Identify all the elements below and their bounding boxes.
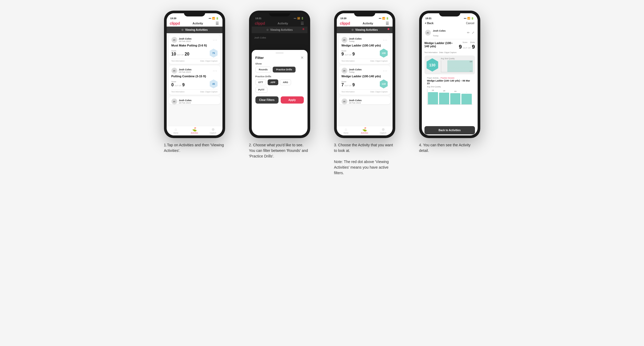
detail-user-name-4: Josh Coles (433, 29, 446, 32)
score-inline-1-2: 0 OUT OF 9 (171, 83, 185, 87)
apply-button-2[interactable]: Apply (281, 96, 304, 104)
filter-pill-drills-2[interactable]: Practice Drills (273, 67, 296, 72)
caption-4: 4. You can then see the Activity detail. (419, 142, 480, 153)
score-big-4: 9 (459, 44, 462, 50)
wifi-icon-3: 📶 (382, 17, 385, 20)
more-dots-1-1[interactable]: ··· (213, 38, 218, 42)
phone-section-4: 13:21 ▪▪▪ 📶 🔋 < Back Cancel JC (413, 11, 487, 176)
status-icons-4: ▪▪▪ 📶 🔋 (464, 17, 474, 20)
nav-item-home-1[interactable]: ⌂ Home (167, 127, 185, 134)
outof-3-1: OUT OF (344, 54, 351, 56)
score-values-4: 9 OUT OF 9 (459, 44, 475, 50)
card-footer-1-1: Test Information Data: Clippd Capture (171, 59, 218, 62)
hamburger-icon-1[interactable]: ☰ (216, 21, 219, 25)
drill-name-4: Wedge Ladder (100–140 yds) (424, 41, 456, 48)
stat-group-score-1-1: Score 10 OUT OF 20 (171, 50, 190, 57)
quality-badge-1-2: 45 (210, 79, 218, 88)
detail-user-bar-4: JC Josh Coles Today ✏ ⤢ (422, 26, 478, 39)
filter-drill-putt-2[interactable]: PUTT (255, 87, 268, 93)
more-dots-1-2[interactable]: ··· (213, 69, 218, 73)
chart-max-label-4: 130 (469, 61, 472, 62)
card-user-3-2: JC Josh Coles Today (342, 68, 362, 74)
card-user-1-1: JC Josh Coles 28 Feb 2023 (171, 37, 192, 43)
score-value-1-1: 10 (171, 52, 176, 57)
activity-card-1-2[interactable]: JC Josh Coles 28 Feb 2023 ··· Putting Co… (169, 66, 220, 95)
avatar-4: JC (425, 30, 431, 36)
clear-filters-button-2[interactable]: Clear Filters (255, 96, 279, 104)
activity-card-3-1[interactable]: JC Josh Coles Today ··· Wedge Ladder (10… (339, 35, 390, 64)
nav-item-home-3[interactable]: ⌂ Home (337, 127, 355, 134)
session-title-4: Wedge Ladder (100–140 yds) – 06 Mar 23 (424, 79, 475, 86)
shots-value-3-1: 9 (352, 52, 355, 57)
viewing-activities-bar-1[interactable]: ⚙ Viewing Activities (167, 27, 222, 33)
filter-drill-arg-2[interactable]: ARG (280, 79, 291, 85)
activity-title-1-2: Putting Combine (3-15 ft) (171, 75, 218, 78)
activity-card-1-1[interactable]: JC Josh Coles 28 Feb 2023 ··· Must Make … (169, 35, 220, 64)
avatar-3-3: JC (342, 99, 347, 104)
expand-icon-4[interactable]: ⤢ (472, 31, 474, 35)
back-button-4[interactable]: < Back (425, 22, 434, 25)
filter-handle-2 (276, 53, 284, 53)
nav-item-capture-3[interactable]: ⊕ Capture (374, 127, 393, 134)
wifi-icon-4: 📶 (467, 17, 470, 20)
phone-section-2: 13:21 ▪▪▪ 📶 🔋 clippd Activity ☰ ⚙ Vi (242, 11, 317, 176)
activity-card-1-3[interactable]: JC Josh Coles 28 Feb 2023 (169, 96, 220, 104)
home-icon-1: ⌂ (175, 127, 177, 131)
user-name-1-3: Josh Coles (179, 99, 192, 102)
activity-card-3-3[interactable]: JC Josh Coles 28 Feb 2023 (339, 96, 390, 104)
avg-shot-quality-section-4: 130 Avg Shot Quality 130 APP (424, 55, 475, 74)
capture-icon-1: ⊕ (212, 127, 215, 131)
activity-card-3-2[interactable]: JC Josh Coles Today ··· Wedge Ladder (10… (339, 66, 390, 95)
scroll-area-3: JC Josh Coles Today ··· Wedge Ladder (10… (337, 33, 393, 126)
footer-right-3-1: Data: Clippd Capture (370, 60, 388, 62)
outof-3-2: OUT OF (344, 85, 351, 87)
phone-frame-2: 13:21 ▪▪▪ 📶 🔋 clippd Activity ☰ ⚙ Vi (249, 11, 310, 138)
user-name-1-2: Josh Coles (179, 68, 192, 71)
detail-title-row-4: Wedge Ladder (100–140 yds) Score Shots 9… (424, 41, 475, 50)
score-shots-labels-4: Score Shots (462, 41, 475, 43)
card-user-1-3: JC Josh Coles 28 Feb 2023 (171, 99, 192, 104)
outof-4: OUT OF (463, 47, 471, 49)
card-footer-3-1: Test Information Data: Clippd Capture (342, 59, 388, 62)
more-dots-3-1[interactable]: ··· (383, 38, 388, 42)
nav-item-activities-1[interactable]: ⛳ Activities (185, 127, 204, 134)
phone-frame-1: 13:20 ▪▪▪ 📶 🔋 clippd Activity ☰ ⚙ Vi (164, 11, 225, 138)
score-label-3-1: Score (342, 50, 355, 52)
user-date-1-2: 28 Feb 2023 (179, 71, 192, 73)
viewing-activities-bar-3[interactable]: ⚙ Viewing Activities (337, 27, 393, 33)
shots-value-1-2: 9 (182, 83, 185, 87)
time-1: 13:20 (170, 17, 176, 20)
filter-close-button-2[interactable]: ✕ (301, 55, 304, 60)
stats-row-3-2: Score 7 OUT OF 9 118 (342, 79, 388, 88)
caption-1: 1.Tap on Activities and then 'Viewing Ac… (164, 142, 225, 153)
cancel-button-4[interactable]: Cancel (466, 22, 474, 25)
score-label-3-2: Score (342, 81, 355, 83)
edit-icon-4[interactable]: ✏ (467, 31, 470, 35)
time-3: 13:20 (340, 17, 347, 20)
signal-icon-1: ▪▪▪ (209, 17, 211, 20)
filter-title-2: Filter (255, 56, 264, 60)
nav-item-activities-3[interactable]: ⛳ Activities (355, 127, 374, 134)
filter-pill-rounds-2[interactable]: Rounds (255, 67, 271, 72)
practice-session-label-4: Practice Session (441, 77, 454, 79)
back-to-activities-button-4[interactable]: Back to Activities (424, 126, 475, 134)
activity-title-3-2: Wedge Ladder (100-140 yds) (342, 75, 388, 78)
card-header-1-1: JC Josh Coles 28 Feb 2023 ··· (171, 37, 218, 43)
viewing-label-3: Viewing Activities (355, 28, 378, 31)
stat-group-3-1: Score 9 OUT OF 9 (342, 50, 355, 57)
viewing-label-1: Viewing Activities (185, 28, 208, 31)
capture-label-3: Capture (380, 132, 386, 134)
filter-icon-3: ⚙ (351, 28, 354, 31)
user-info-1-1: Josh Coles 28 Feb 2023 (179, 37, 192, 42)
footer-left-3-2: Test Information (342, 91, 355, 93)
quality-row-4: 130 Avg Shot Quality 130 APP (427, 58, 473, 72)
filter-drill-app-2[interactable]: APP (268, 79, 279, 85)
user-info-1-2: Josh Coles 28 Feb 2023 (179, 68, 192, 73)
hamburger-icon-3[interactable]: ☰ (386, 21, 389, 25)
more-dots-3-2[interactable]: ··· (383, 69, 388, 73)
filter-drill-ott-2[interactable]: OTT (255, 79, 266, 85)
nav-item-capture-1[interactable]: ⊕ Capture (204, 127, 222, 134)
filter-drills-2: OTT APP ARG PUTT (255, 79, 304, 93)
quality-badge-3-1: 130 (380, 49, 388, 58)
status-icons-1: ▪▪▪ 📶 🔋 (209, 17, 219, 20)
